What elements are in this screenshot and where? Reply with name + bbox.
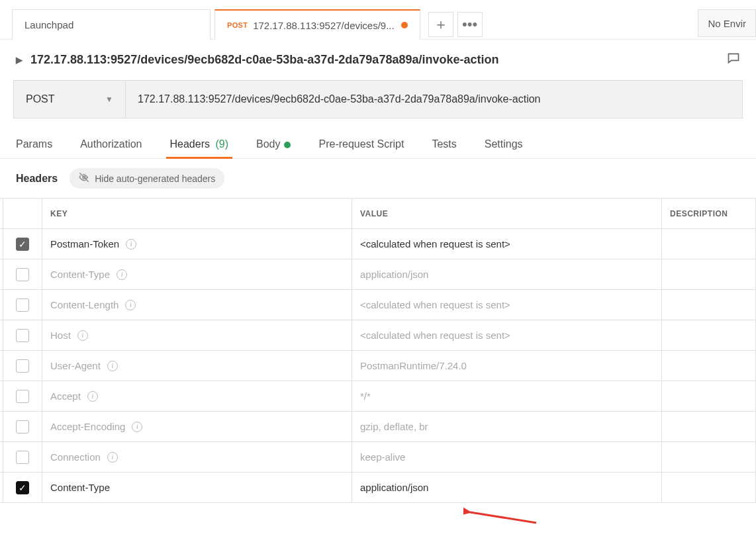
hide-autogen-button[interactable]: Hide auto-generated headers bbox=[70, 168, 224, 189]
header-value: */* bbox=[360, 390, 371, 402]
checkbox[interactable] bbox=[16, 390, 29, 403]
tab-prerequest[interactable]: Pre-request Script bbox=[318, 130, 404, 158]
col-checkbox bbox=[3, 199, 42, 228]
row-checkbox-cell[interactable] bbox=[3, 290, 42, 320]
row-checkbox-cell[interactable] bbox=[3, 412, 42, 441]
header-value-cell[interactable]: */* bbox=[352, 381, 662, 411]
environment-label: No Envir bbox=[708, 18, 746, 29]
checkbox[interactable] bbox=[16, 451, 29, 464]
row-checkbox-cell[interactable] bbox=[3, 381, 42, 411]
header-key: Host bbox=[50, 330, 71, 341]
header-key-cell[interactable]: User-Agenti bbox=[42, 351, 352, 381]
header-key-cell[interactable]: Connectioni bbox=[42, 442, 352, 472]
header-value-cell[interactable]: application/json bbox=[352, 259, 662, 289]
collapse-triangle-icon[interactable]: ▶ bbox=[16, 55, 23, 65]
row-checkbox-cell[interactable]: ✓ bbox=[3, 229, 42, 259]
tab-headers[interactable]: Headers (9) bbox=[170, 130, 229, 158]
headers-section-bar: Headers Hide auto-generated headers bbox=[0, 159, 756, 198]
info-icon[interactable]: i bbox=[132, 422, 142, 432]
header-desc-cell[interactable] bbox=[662, 351, 756, 381]
header-value-cell[interactable]: <calculated when request is sent> bbox=[352, 290, 662, 320]
header-key-cell[interactable]: Content-Typei bbox=[42, 259, 352, 289]
comments-icon[interactable] bbox=[727, 52, 740, 68]
table-row: Content-Typeiapplication/json bbox=[0, 259, 756, 290]
method-select[interactable]: POST ▼ bbox=[13, 80, 126, 118]
header-key-cell[interactable]: Accepti bbox=[42, 381, 352, 411]
new-tab-button[interactable]: ＋ bbox=[428, 12, 453, 37]
info-icon[interactable]: i bbox=[107, 361, 118, 371]
info-icon[interactable]: i bbox=[107, 452, 118, 463]
tab-params[interactable]: Params bbox=[16, 130, 52, 158]
url-input[interactable]: 172.17.88.113:9527/devices/9ecb682d-c0ae… bbox=[126, 80, 743, 118]
checkbox[interactable] bbox=[16, 298, 29, 312]
info-icon[interactable]: i bbox=[126, 239, 136, 249]
header-desc-cell[interactable] bbox=[662, 229, 756, 259]
header-value: <calculated when request is sent> bbox=[360, 238, 510, 249]
chevron-down-icon: ▼ bbox=[105, 95, 113, 104]
header-desc-cell[interactable] bbox=[662, 381, 756, 411]
header-key: Postman-Token bbox=[50, 238, 119, 249]
header-value-cell[interactable]: application/json bbox=[352, 473, 662, 502]
url-row: POST ▼ 172.17.88.113:9527/devices/9ecb68… bbox=[13, 80, 743, 118]
tab-settings[interactable]: Settings bbox=[485, 130, 523, 158]
checkbox[interactable] bbox=[16, 359, 29, 373]
header-value: application/json bbox=[360, 269, 428, 280]
tab-label: Launchpad bbox=[24, 19, 73, 30]
header-desc-cell[interactable] bbox=[662, 320, 756, 350]
info-icon[interactable]: i bbox=[125, 300, 136, 310]
header-value-cell[interactable]: PostmanRuntime/7.24.0 bbox=[352, 351, 662, 381]
tab-request-active[interactable]: POST 172.17.88.113:9527/devices/9... bbox=[214, 9, 420, 40]
info-icon[interactable]: i bbox=[77, 330, 88, 341]
header-desc-cell[interactable] bbox=[662, 412, 756, 441]
header-value-cell[interactable]: keep-alive bbox=[352, 442, 662, 472]
headers-count: (9) bbox=[215, 138, 228, 150]
header-desc-cell[interactable] bbox=[662, 259, 756, 289]
tab-body[interactable]: Body bbox=[256, 130, 291, 158]
checkbox[interactable]: ✓ bbox=[16, 481, 29, 494]
headers-table: KEY VALUE DESCRIPTION ✓Postman-Tokeni<ca… bbox=[0, 198, 756, 503]
info-icon[interactable]: i bbox=[87, 391, 98, 402]
checkbox[interactable] bbox=[16, 329, 29, 342]
row-checkbox-cell[interactable] bbox=[3, 259, 42, 289]
row-checkbox-cell[interactable] bbox=[3, 442, 42, 472]
header-value-cell[interactable]: gzip, deflate, br bbox=[352, 412, 662, 441]
table-row: Connectionikeep-alive bbox=[0, 442, 756, 473]
ellipsis-icon: ••• bbox=[462, 16, 477, 33]
svg-line-1 bbox=[470, 512, 536, 523]
unsaved-dot-icon bbox=[401, 22, 408, 28]
table-row: ✓Postman-Tokeni<calculated when request … bbox=[0, 229, 756, 259]
row-checkbox-cell[interactable] bbox=[3, 320, 42, 350]
tab-options-button[interactable]: ••• bbox=[457, 12, 483, 37]
tab-authorization[interactable]: Authorization bbox=[80, 130, 142, 158]
tab-launchpad[interactable]: Launchpad bbox=[12, 9, 211, 40]
header-key-cell[interactable]: Postman-Tokeni bbox=[42, 229, 352, 259]
col-value: VALUE bbox=[352, 199, 662, 228]
header-key-cell[interactable]: Hosti bbox=[42, 320, 352, 350]
tab-tests[interactable]: Tests bbox=[432, 130, 456, 158]
check-icon: ✓ bbox=[19, 482, 26, 493]
info-icon[interactable]: i bbox=[117, 269, 127, 280]
method-value: POST bbox=[26, 93, 55, 105]
header-key: Content-Type bbox=[50, 482, 110, 493]
header-desc-cell[interactable] bbox=[662, 473, 756, 502]
table-header-row: KEY VALUE DESCRIPTION bbox=[0, 199, 756, 229]
header-key-cell[interactable]: Content-Lengthi bbox=[42, 290, 352, 320]
header-key-cell[interactable]: Accept-Encodingi bbox=[42, 412, 352, 441]
header-value-cell[interactable]: <calculated when request is sent> bbox=[352, 229, 662, 259]
table-row: Hosti<calculated when request is sent> bbox=[0, 320, 756, 351]
header-desc-cell[interactable] bbox=[662, 290, 756, 320]
header-key-cell[interactable]: Content-Type bbox=[42, 473, 352, 502]
checkbox[interactable]: ✓ bbox=[16, 238, 29, 251]
table-row: User-AgentiPostmanRuntime/7.24.0 bbox=[0, 351, 756, 381]
col-description: DESCRIPTION bbox=[662, 199, 756, 228]
header-value-cell[interactable]: <calculated when request is sent> bbox=[352, 320, 662, 350]
row-checkbox-cell[interactable] bbox=[3, 351, 42, 381]
plus-icon: ＋ bbox=[434, 15, 448, 34]
header-desc-cell[interactable] bbox=[662, 442, 756, 472]
checkbox[interactable] bbox=[16, 268, 29, 281]
environment-selector[interactable]: No Envir bbox=[698, 9, 756, 37]
header-value: PostmanRuntime/7.24.0 bbox=[360, 360, 467, 371]
tab-method-badge: POST bbox=[227, 21, 248, 29]
row-checkbox-cell[interactable]: ✓ bbox=[3, 473, 42, 502]
checkbox[interactable] bbox=[16, 420, 29, 433]
